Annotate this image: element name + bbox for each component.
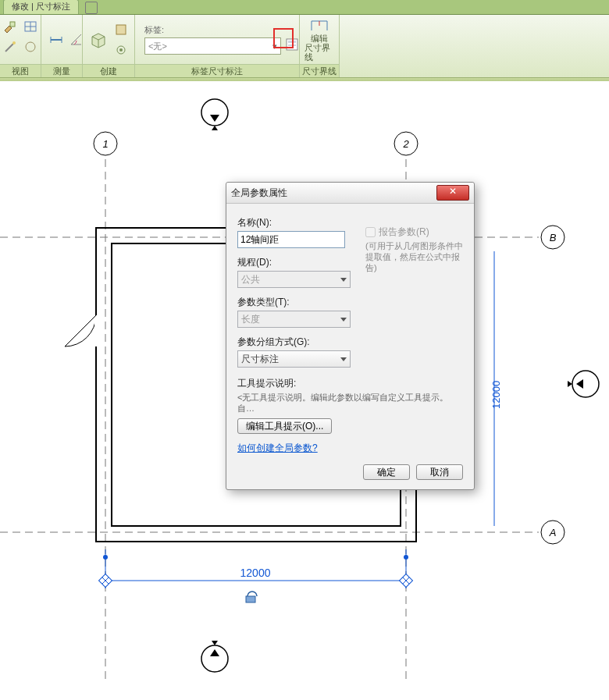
witness-line-icon [308,18,330,34]
ribbon-group-dimlabel-label: 标签尺寸标注 [135,64,299,77]
view-brush-icon[interactable] [1,17,20,36]
svg-rect-44 [246,596,255,602]
ribbon-group-create-label: 创建 [83,64,134,77]
group-value: 尺寸标注 [241,353,279,366]
dimlabel-value: <无> [148,41,167,52]
view-grid-icon[interactable] [21,17,40,36]
svg-point-41 [404,555,408,560]
svg-rect-0 [10,22,15,27]
ribbon: 视图 测量 [0,15,609,78]
grid-bubble-1: 1 [102,138,108,150]
svg-point-5 [12,41,16,44]
create-global-param-button[interactable] [284,35,300,54]
chevron-down-icon [340,318,347,322]
tab-modify-dimension[interactable]: 修改 | 尺寸标注 [3,0,79,14]
ribbon-group-measure-body [41,15,82,64]
svg-line-4 [5,44,13,52]
discipline-select: 公共 [237,271,351,288]
witness-btn-l2: 尺寸界线 [304,43,334,62]
tab-strip: 修改 | 尺寸标注 [0,0,609,15]
view-wand-icon[interactable] [1,37,20,56]
grid-bubble-B: B [550,232,557,243]
report-hint: (可用于从几何图形条件中提取值，然后在公式中报告) [365,240,463,273]
view-misc-icon[interactable] [21,37,40,56]
tooltip-label: 工具提示说明: [237,377,463,390]
create-box-icon[interactable] [88,28,110,52]
global-param-dialog: 全局参数属性 ✕ 名称(N): 规程(D): 公共 参数类型(T): 长度 参数… [226,182,475,490]
name-input[interactable] [237,231,345,248]
dimlabel-caption: 标签: [144,24,281,36]
report-label: 报告参数(R) [379,226,429,239]
ribbon-group-measure-label: 测量 [41,64,82,77]
svg-point-12 [119,48,123,52]
close-button[interactable]: ✕ [436,185,469,201]
type-select: 长度 [237,311,351,328]
cancel-button[interactable]: 取消 [416,464,463,480]
grid-bubble-2: 2 [402,138,409,150]
ribbon-group-view-label: 视图 [0,64,41,77]
svg-point-6 [26,42,35,52]
group-select[interactable]: 尺寸标注 [237,350,351,368]
measure-dim-icon[interactable] [47,30,66,49]
dialog-title: 全局参数属性 [231,187,287,200]
svg-rect-14 [288,41,296,43]
svg-rect-10 [116,25,126,34]
dim-vertical: 12000 [490,381,502,409]
help-link[interactable]: 如何创建全局参数? [237,442,318,453]
chevron-down-icon [340,278,347,282]
type-value: 长度 [241,313,260,326]
svg-point-40 [103,555,108,560]
panel-options-icon[interactable] [85,2,98,14]
report-checkbox-row[interactable]: 报告参数(R) [365,226,463,239]
type-label: 参数类型(T): [237,296,354,309]
svg-rect-16 [288,47,294,48]
ribbon-group-dimlabel-body: 标签: <无> ▾ [135,15,299,64]
chevron-down-icon: ▾ [272,41,277,52]
dim-horizontal[interactable]: 12000 [240,567,271,579]
grid-bubble-A: A [549,527,557,538]
create-small2-icon[interactable] [112,41,130,59]
svg-rect-15 [288,44,296,46]
name-label: 名称(N): [237,216,354,229]
ribbon-group-create-body [83,15,134,64]
svg-line-32 [65,315,96,346]
report-checkbox [365,227,376,237]
ribbon-group-witness-body[interactable]: 编辑 尺寸界线 [300,15,339,64]
dimlabel-combo[interactable]: <无> ▾ [144,37,281,55]
chevron-down-icon [340,357,347,361]
dialog-titlebar[interactable]: 全局参数属性 ✕ [226,183,474,204]
ribbon-group-view-body [0,15,41,64]
create-small1-icon[interactable] [112,20,130,39]
tooltip-hint: <无工具提示说明。编辑此参数以编写自定义工具提示。自… [237,392,463,414]
lock-icon[interactable] [246,592,257,602]
ok-button[interactable]: 确定 [363,464,410,480]
discipline-label: 规程(D): [237,256,354,269]
witness-btn-l1: 编辑 [311,34,328,43]
ribbon-group-witness-label: 尺寸界线 [300,64,339,77]
discipline-value: 公共 [241,273,260,286]
group-label: 参数分组方式(G): [237,336,354,349]
edit-tooltip-button[interactable]: 编辑工具提示(O)... [237,418,332,434]
